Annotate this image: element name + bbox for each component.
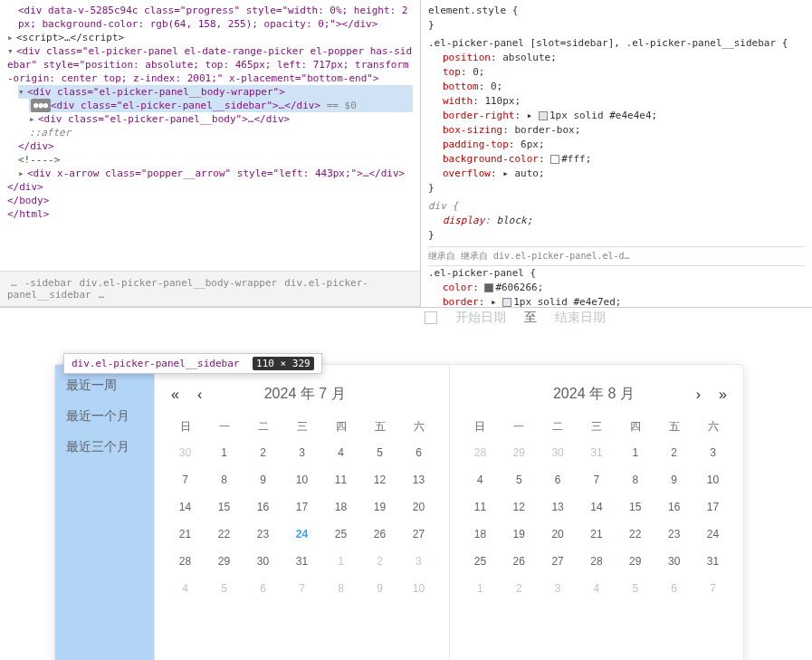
calendar-day[interactable]: 16	[244, 493, 282, 521]
breadcrumb-segment[interactable]: …	[99, 289, 105, 301]
calendar-day[interactable]: 5	[616, 575, 654, 602]
calendar-day[interactable]: 30	[166, 439, 205, 466]
calendar-day[interactable]: 14	[166, 493, 205, 521]
calendar-day[interactable]: 2	[244, 439, 282, 466]
calendar-day[interactable]: 24	[693, 521, 732, 548]
dom-node[interactable]: ▸<script>…</script>	[7, 31, 413, 44]
sidebar-shortcut[interactable]: 最近三个月	[55, 432, 154, 463]
calendar-day[interactable]: 13	[539, 493, 578, 521]
calendar-day[interactable]: 28	[578, 548, 616, 575]
calendar-day[interactable]: 9	[654, 466, 693, 493]
calendar-day[interactable]: 1	[321, 548, 360, 575]
calendar-day[interactable]: 30	[244, 548, 282, 575]
calendar-day[interactable]: 12	[360, 466, 399, 493]
css-property[interactable]: color: #606266;	[443, 281, 805, 295]
sidebar-shortcut[interactable]: 最近一周	[55, 370, 154, 401]
calendar-day[interactable]: 28	[461, 439, 500, 466]
calendar-day[interactable]: 29	[616, 548, 654, 575]
calendar-day[interactable]: 17	[282, 493, 321, 521]
dom-node[interactable]: ▸<div x-arrow class="popper__arrow" styl…	[18, 167, 413, 180]
calendar-day[interactable]: 22	[205, 521, 244, 548]
calendar-day[interactable]: 20	[539, 521, 578, 548]
calendar-day[interactable]: 4	[321, 439, 360, 466]
calendar-day[interactable]: 24	[282, 521, 321, 548]
prev-year-button[interactable]: «	[166, 387, 185, 403]
calendar-day[interactable]: 7	[282, 575, 321, 602]
calendar-day[interactable]: 3	[282, 439, 321, 466]
calendar-day[interactable]: 21	[578, 521, 616, 548]
calendar-day[interactable]: 1	[461, 575, 500, 602]
calendar-day[interactable]: 16	[654, 493, 693, 521]
calendar-day[interactable]: 10	[282, 466, 321, 493]
next-month-button[interactable]: ›	[691, 387, 706, 403]
css-rule[interactable]: .el-picker-panel [slot=sidebar], .el-pic…	[428, 36, 805, 196]
sidebar-shortcut[interactable]: 最近一个月	[55, 401, 154, 432]
calendar-day[interactable]: 3	[693, 439, 732, 466]
calendar-day[interactable]: 7	[166, 466, 205, 493]
dom-tree-panel[interactable]: <div data-v-5285c94c class="progress" st…	[0, 0, 421, 307]
calendar-day[interactable]: 4	[578, 575, 616, 602]
calendar-day[interactable]: 1	[205, 439, 244, 466]
calendar-day[interactable]: 23	[244, 521, 282, 548]
css-property[interactable]: border: ▸ 1px solid #e4e7ed;	[443, 295, 805, 307]
calendar-day[interactable]: 27	[399, 521, 438, 548]
calendar-day[interactable]: 25	[321, 521, 360, 548]
calendar-day[interactable]: 13	[399, 466, 438, 493]
css-property[interactable]: bottom: 0;	[443, 80, 805, 94]
calendar-day[interactable]: 20	[399, 493, 438, 521]
calendar-day[interactable]: 31	[693, 548, 732, 575]
calendar-day[interactable]: 15	[616, 493, 654, 521]
calendar-day[interactable]: 31	[578, 439, 616, 466]
css-property[interactable]: width: 110px;	[443, 94, 805, 109]
css-property[interactable]: display: block;	[443, 214, 805, 228]
css-rule[interactable]: div { display: block; }	[428, 199, 805, 243]
calendar-day[interactable]: 26	[500, 548, 539, 575]
css-property[interactable]: box-sizing: border-box;	[443, 123, 805, 138]
calendar-day[interactable]: 21	[166, 521, 205, 548]
calendar-day[interactable]: 5	[500, 466, 539, 493]
breadcrumb-segment[interactable]: div.el-picker-panel__body-wrapper	[80, 277, 278, 289]
prev-month-button[interactable]: ‹	[192, 387, 207, 403]
date-range-input-right[interactable]: 开始日期 至 结束日期	[425, 310, 750, 326]
calendar-day[interactable]: 7	[693, 575, 732, 602]
element-style-rule[interactable]: element.style { }	[428, 4, 805, 33]
calendar-day[interactable]: 10	[399, 575, 438, 602]
dom-node-highlighted[interactable]: ●●● ▸<div class="el-picker-panel__sideba…	[29, 99, 413, 112]
dom-node[interactable]: ▾<div class="el-picker-panel el-date-ran…	[7, 44, 413, 85]
calendar-day[interactable]: 5	[360, 439, 399, 466]
calendar-day[interactable]: 11	[461, 493, 500, 521]
calendar-day[interactable]: 8	[205, 466, 244, 493]
css-property[interactable]: border-right: ▸ 1px solid #e4e4e4;	[443, 109, 805, 123]
breadcrumb-segment[interactable]: -sidebar	[24, 277, 72, 289]
css-property[interactable]: background-color: #fff;	[443, 152, 805, 167]
calendar-day[interactable]: 14	[578, 493, 616, 521]
calendar-day[interactable]: 4	[461, 466, 500, 493]
calendar-day[interactable]: 6	[244, 575, 282, 602]
calendar-day[interactable]: 1	[616, 439, 654, 466]
calendar-day[interactable]: 30	[539, 439, 578, 466]
calendar-day[interactable]: 29	[205, 548, 244, 575]
calendar-day[interactable]: 2	[360, 548, 399, 575]
calendar-day[interactable]: 18	[321, 493, 360, 521]
calendar-day[interactable]: 6	[539, 466, 578, 493]
calendar-day[interactable]: 15	[205, 493, 244, 521]
css-property[interactable]: overflow: ▸ auto;	[443, 167, 805, 181]
css-property[interactable]: position: absolute;	[443, 51, 805, 65]
dom-node-selected[interactable]: ▾<div class="el-picker-panel__body-wrapp…	[18, 85, 413, 99]
calendar-day[interactable]: 5	[205, 575, 244, 602]
styles-panel[interactable]: element.style { } .el-picker-panel [slot…	[421, 0, 812, 307]
css-property[interactable]: padding-top: 6px;	[443, 138, 805, 152]
dom-breadcrumb[interactable]: …-sidebardiv.el-picker-panel__body-wrapp…	[0, 271, 420, 307]
calendar-day[interactable]: 6	[399, 439, 438, 466]
css-property[interactable]: top: 0;	[443, 65, 805, 80]
calendar-day[interactable]: 26	[360, 521, 399, 548]
calendar-day[interactable]: 30	[654, 548, 693, 575]
calendar-day[interactable]: 10	[693, 466, 732, 493]
calendar-day[interactable]: 25	[461, 548, 500, 575]
breadcrumb-segment[interactable]: …	[11, 277, 17, 289]
calendar-day[interactable]: 2	[500, 575, 539, 602]
calendar-day[interactable]: 9	[360, 575, 399, 602]
calendar-day[interactable]: 31	[282, 548, 321, 575]
dom-node[interactable]: ▸<div class="el-picker-panel__body">…</d…	[29, 112, 413, 126]
calendar-day[interactable]: 22	[616, 521, 654, 548]
